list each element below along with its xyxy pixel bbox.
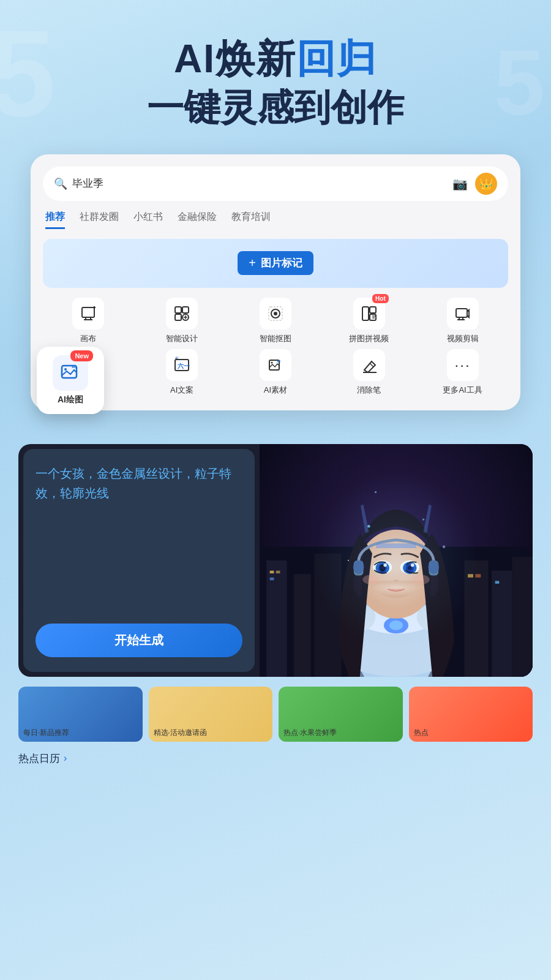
ai-material-icon: AI	[267, 356, 284, 374]
svg-rect-0	[82, 307, 94, 317]
tool-ai-text[interactable]: 六一 AI AI文案	[137, 349, 228, 396]
eraser-icon	[361, 356, 378, 374]
hot-calendar-row[interactable]: 热点日历 ›	[18, 752, 533, 766]
tab-finance[interactable]: 金融保险	[178, 211, 217, 229]
tool-collage[interactable]: Hot 拼图拼视频	[323, 298, 414, 344]
svg-rect-46	[270, 570, 274, 573]
svg-text:AI: AI	[72, 364, 77, 369]
calendar-label: 热点日历	[18, 752, 60, 766]
ai-draw-float-card[interactable]: AI New AI绘图	[37, 347, 104, 414]
ai-draw-svg: AI	[59, 362, 81, 384]
crown-icon[interactable]: 👑	[475, 173, 497, 195]
smart-design-icon	[173, 305, 190, 322]
svg-rect-48	[270, 577, 274, 579]
svg-marker-21	[467, 310, 469, 317]
svg-rect-51	[495, 581, 500, 583]
svg-point-81	[443, 545, 445, 548]
svg-rect-7	[182, 307, 189, 313]
strip-hot-label: 热点	[414, 728, 429, 738]
new-badge: New	[70, 350, 93, 361]
svg-text:六一: 六一	[177, 363, 190, 369]
svg-rect-40	[294, 574, 311, 677]
svg-rect-39	[266, 560, 287, 677]
canvas-icon	[80, 305, 97, 322]
tab-education[interactable]: 教育培训	[231, 211, 271, 229]
tool-canvas[interactable]: 画布	[43, 298, 134, 344]
canvas-icon-box	[72, 298, 104, 330]
bottom-strip: 每日·新品推荐 精选·活动邀请函 热点·水果尝鲜季 热点	[18, 687, 533, 742]
cutout-icon-box	[260, 298, 291, 330]
svg-point-14	[274, 312, 277, 315]
more-ai-icon-box: ···	[447, 349, 479, 381]
tab-social[interactable]: 社群发圈	[80, 211, 119, 229]
more-ai-label: 更多AI工具	[443, 385, 482, 396]
anime-girl-svg	[260, 444, 533, 677]
ai-material-label: AI素材	[264, 385, 287, 396]
video-edit-label: 视频剪辑	[447, 333, 479, 344]
image-mark-button[interactable]: + 图片标记	[238, 251, 313, 275]
hero-section: AI焕新回归 一键灵感到创作	[0, 0, 551, 148]
strip-item-event[interactable]: 精选·活动邀请函	[149, 687, 273, 742]
ai-text-icon: 六一 AI	[173, 356, 190, 374]
tool-ai-material[interactable]: AI AI素材	[230, 349, 321, 396]
strip-item-fruit[interactable]: 热点·水果尝鲜季	[279, 687, 403, 742]
search-icon: 🔍	[54, 177, 67, 190]
ai-gen-start-button[interactable]: 开始生成	[36, 624, 242, 657]
calendar-arrow-icon: ›	[64, 753, 67, 764]
search-bar[interactable]: 🔍 毕业季 📷 👑	[43, 167, 508, 201]
svg-point-35	[64, 368, 67, 371]
collage-icon	[361, 305, 378, 322]
ai-girl-image	[260, 444, 533, 677]
svg-rect-15	[362, 307, 369, 320]
svg-rect-17	[370, 314, 376, 320]
svg-rect-16	[370, 307, 376, 313]
tool-cutout[interactable]: 智能抠图	[230, 298, 321, 344]
tool-eraser[interactable]: 消除笔	[323, 349, 414, 396]
ai-gen-prompt: 一个女孩，金色金属丝设计，粒子特效，轮廓光线	[36, 464, 242, 503]
collage-icon-box: Hot	[353, 298, 385, 330]
strip-item-hot[interactable]: 热点	[409, 687, 533, 742]
image-mark-banner[interactable]: + 图片标记	[43, 239, 508, 288]
svg-point-30	[271, 361, 272, 363]
svg-text:AI: AI	[175, 356, 179, 360]
eraser-icon-box	[353, 349, 385, 381]
tool-video-edit[interactable]: 视频剪辑	[417, 298, 508, 344]
plus-icon: +	[249, 256, 256, 270]
hero-title-line1: AI焕新回归	[24, 37, 527, 82]
ai-gen-right-panel	[260, 444, 533, 677]
app-card: 🔍 毕业季 📷 👑 推荐 社群发圈 小红书 金融保险 教育培训 + 图片标记	[31, 154, 520, 410]
smart-design-label: 智能设计	[166, 333, 198, 344]
cutout-icon	[267, 305, 284, 322]
tool-smart-design[interactable]: 智能设计	[137, 298, 228, 344]
svg-point-79	[422, 518, 424, 520]
cutout-label: 智能抠图	[260, 333, 291, 344]
svg-rect-8	[175, 314, 181, 320]
svg-rect-44	[492, 570, 512, 676]
svg-rect-47	[276, 570, 280, 573]
tab-xiaohongshu[interactable]: 小红书	[133, 211, 163, 229]
tool-more-ai[interactable]: ··· 更多AI工具	[417, 349, 508, 396]
svg-text:AI: AI	[277, 360, 280, 363]
hero-title-line2: 一键灵感到创作	[24, 86, 527, 130]
smart-design-icon-box	[166, 298, 198, 330]
tools-grid: 画布 智能设计	[43, 298, 508, 396]
svg-point-82	[375, 491, 377, 492]
svg-line-33	[370, 363, 373, 367]
video-edit-icon-box	[447, 298, 479, 330]
tab-bar: 推荐 社群发圈 小红书 金融保险 教育培训	[43, 211, 508, 229]
ai-material-icon-box: AI	[260, 349, 291, 381]
camera-icon[interactable]: 📷	[452, 176, 468, 191]
canvas-label: 画布	[80, 333, 96, 344]
search-input[interactable]: 毕业季	[72, 176, 452, 190]
svg-point-77	[314, 472, 478, 649]
hot-badge: Hot	[372, 294, 389, 303]
strip-daily-label: 每日·新品推荐	[23, 728, 69, 738]
ai-gen-card: 一个女孩，金色金属丝设计，粒子特效，轮廓光线 开始生成	[18, 444, 533, 677]
tab-recommended[interactable]: 推荐	[45, 211, 65, 229]
svg-point-80	[348, 559, 349, 560]
ai-gen-left-panel: 一个女孩，金色金属丝设计，粒子特效，轮廓光线 开始生成	[23, 449, 255, 672]
image-mark-label: 图片标记	[261, 256, 302, 270]
svg-rect-20	[456, 309, 467, 317]
strip-item-daily[interactable]: 每日·新品推荐	[18, 687, 143, 742]
ai-text-label: AI文案	[170, 385, 193, 396]
